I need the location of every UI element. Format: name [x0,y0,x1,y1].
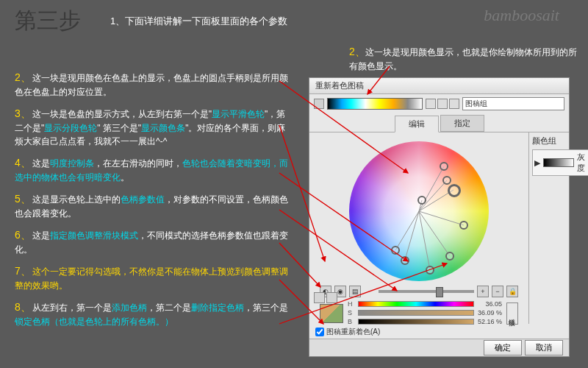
color-wheel[interactable] [349,141,489,281]
color-handle[interactable] [401,256,409,265]
mode-icon[interactable] [326,292,337,303]
remove-handle-icon[interactable]: − [492,286,503,297]
artwork-group-select[interactable]: 图稿组 [462,97,564,110]
annotation-list: 2、这一块是现用颜色在色盘上的显示，色盘上的圆点手柄则是所用颜色在色盘上的对应位… [15,70,294,336]
color-group-item[interactable]: ▶灰度 [532,149,588,176]
svg-line-6 [419,211,430,270]
tab-edit[interactable]: 编辑 [395,116,439,132]
color-handle[interactable] [442,176,451,185]
active-colors-bar[interactable] [327,98,423,110]
recolor-panel: 重新着色图稿 图稿组 编辑 指定 [309,77,570,357]
svg-line-7 [419,211,450,256]
color-group-title: 颜色组 [532,135,588,146]
svg-line-0 [419,166,444,211]
saturation-slider[interactable] [358,310,474,316]
recolor-artwork-checkbox[interactable] [315,328,324,336]
panel-title: 重新着色图稿 [309,78,569,94]
color-handle[interactable] [440,162,448,171]
color-handle[interactable] [417,196,426,205]
lock-handle-icon[interactable]: 🔒 [506,286,518,297]
preset-icon[interactable] [449,99,459,109]
recolor-artwork-label: 图稿重新着色(A) [326,327,380,337]
watermark: bamboosait [484,6,577,27]
step-title: 第三步 [15,6,81,36]
tab-assign[interactable]: 指定 [440,115,484,132]
mode-icon[interactable] [314,292,325,303]
preset-icon[interactable] [426,99,436,109]
cancel-button[interactable]: 取消 [525,340,563,355]
hue-slider[interactable] [358,301,474,307]
svg-line-5 [405,211,419,260]
color-handle[interactable] [426,266,434,275]
color-chip-button[interactable] [314,99,324,109]
color-handle[interactable] [391,246,400,255]
preset-icon[interactable] [437,99,448,109]
ok-button[interactable]: 确定 [484,340,522,355]
brightness-hsb-slider[interactable] [358,319,474,325]
color-handle[interactable] [445,252,454,261]
current-color-swatch[interactable] [320,304,343,323]
color-bars-icon[interactable]: ▤ [349,286,361,297]
add-handle-icon[interactable]: + [477,286,489,297]
brightness-slider[interactable] [379,290,474,293]
svg-line-8 [419,211,464,225]
intro-text: 1、下面详细讲解一下面板里面的各个参数 [110,15,287,28]
svg-line-4 [395,211,419,250]
link-colors-icon[interactable]: 链接 [506,302,518,325]
color-handle-selected[interactable] [448,184,461,197]
color-handle[interactable] [459,221,468,230]
annotation-2-top: 2、这一块是现用颜色显示，也就是你绘制物体所用到的所有颜色显示。 [349,44,577,73]
